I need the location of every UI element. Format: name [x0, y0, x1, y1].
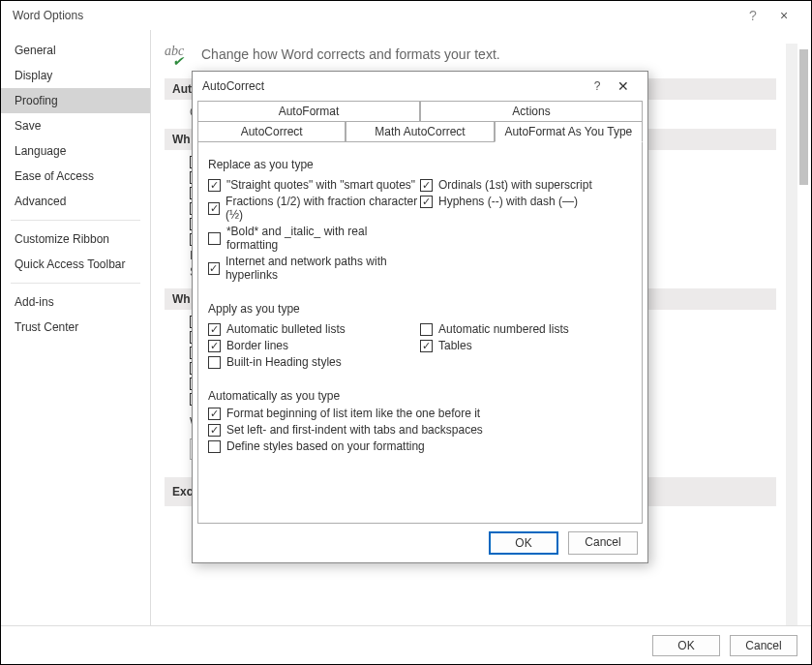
sidebar-item-advanced[interactable]: Advanced	[1, 189, 150, 214]
close-icon[interactable]: ✕	[609, 78, 638, 94]
sidebar-item-trust-center[interactable]: Trust Center	[1, 315, 150, 340]
window-title: Word Options	[9, 9, 741, 22]
replace-r-label-0: Ordinals (1st) with superscript	[438, 178, 592, 192]
apply-r-label-1: Tables	[438, 339, 472, 352]
group-replace-label: Replace as you type	[208, 158, 632, 171]
proofing-icon: abc✔	[165, 44, 192, 65]
replace-checkbox-1[interactable]	[208, 202, 220, 215]
replace-label-3: Internet and network paths with hyperlin…	[226, 255, 420, 282]
tab-autocorrect[interactable]: AutoCorrect	[197, 121, 346, 142]
sidebar-item-ease-of-access[interactable]: Ease of Access	[1, 164, 150, 189]
apply-checkbox-2[interactable]	[208, 356, 221, 369]
sidebar-item-customize-ribbon[interactable]: Customize Ribbon	[1, 227, 150, 252]
sidebar-item-quick-access-toolbar[interactable]: Quick Access Toolbar	[1, 252, 150, 277]
tab-actions[interactable]: Actions	[420, 101, 643, 122]
auto-checkbox-0[interactable]	[208, 408, 221, 420]
titlebar: Word Options ? ×	[1, 1, 811, 30]
help-icon[interactable]: ?	[586, 79, 609, 93]
apply-checkbox-1[interactable]	[208, 340, 221, 352]
apply-label-0: Automatic bulleted lists	[226, 322, 346, 336]
auto-checkbox-2[interactable]	[208, 440, 221, 453]
modal-ok-button[interactable]: OK	[489, 531, 558, 555]
autocorrect-dialog: AutoCorrect ? ✕ AutoFormat Actions AutoC…	[192, 71, 648, 563]
apply-label-1: Border lines	[226, 339, 288, 352]
sidebar-separator	[11, 283, 140, 284]
sidebar-item-add-ins[interactable]: Add-ins	[1, 289, 150, 315]
tab-strip: AutoFormat Actions AutoCorrect Math Auto…	[197, 101, 643, 141]
tab-autoformat[interactable]: AutoFormat	[197, 101, 420, 122]
auto-label-2: Define styles based on your formatting	[226, 439, 425, 453]
close-icon[interactable]: ×	[765, 8, 803, 23]
replace-label-2: *Bold* and _italic_ with real formatting	[226, 225, 420, 252]
sidebar: General Display Proofing Save Language E…	[1, 30, 151, 625]
auto-checkbox-1[interactable]	[208, 424, 221, 437]
page-heading: Change how Word corrects and formats you…	[201, 46, 500, 62]
replace-label-0: "Straight quotes" with "smart quotes"	[226, 178, 415, 192]
apply-r-checkbox-0[interactable]	[420, 323, 433, 336]
sidebar-item-general[interactable]: General	[1, 38, 150, 63]
replace-r-checkbox-0[interactable]	[420, 179, 433, 192]
replace-checkbox-0[interactable]	[208, 179, 221, 192]
modal-footer: OK Cancel	[193, 524, 647, 562]
auto-label-1: Set left- and first-indent with tabs and…	[226, 423, 483, 437]
ok-button[interactable]: OK	[652, 635, 720, 656]
sidebar-item-proofing[interactable]: Proofing	[1, 88, 150, 113]
apply-label-2: Built-in Heading styles	[226, 355, 342, 369]
cancel-button[interactable]: Cancel	[730, 635, 797, 656]
help-icon[interactable]: ?	[741, 8, 765, 23]
dialog-footer: OK Cancel	[1, 625, 811, 664]
sidebar-item-language[interactable]: Language	[1, 138, 150, 164]
apply-r-label-0: Automatic numbered lists	[438, 322, 569, 336]
auto-label-0: Format beginning of list item like the o…	[226, 407, 480, 420]
replace-label-1: Fractions (1/2) with fraction character …	[226, 195, 420, 222]
modal-cancel-button[interactable]: Cancel	[568, 531, 638, 555]
apply-checkbox-0[interactable]	[208, 323, 221, 336]
scrollbar-thumb[interactable]	[799, 49, 808, 185]
replace-r-checkbox-1[interactable]	[420, 196, 433, 208]
modal-titlebar: AutoCorrect ? ✕	[193, 72, 647, 101]
group-apply-label: Apply as you type	[208, 302, 632, 316]
replace-checkbox-2[interactable]	[208, 232, 221, 245]
sidebar-item-save[interactable]: Save	[1, 113, 150, 138]
word-options-window: Word Options ? × General Display Proofin…	[0, 0, 812, 665]
apply-r-checkbox-1[interactable]	[420, 340, 433, 352]
modal-title: AutoCorrect	[202, 79, 586, 93]
tab-panel: Replace as you type "Straight quotes" wi…	[197, 141, 643, 524]
replace-checkbox-3[interactable]	[208, 262, 220, 275]
group-auto-label: Automatically as you type	[208, 389, 632, 403]
sidebar-item-display[interactable]: Display	[1, 63, 150, 88]
tab-autoformat-as-you-type[interactable]: AutoFormat As You Type	[495, 121, 643, 142]
replace-r-label-1: Hyphens (--) with dash (—)	[438, 195, 578, 208]
sidebar-separator	[11, 220, 140, 221]
tab-math-autocorrect[interactable]: Math AutoCorrect	[346, 121, 494, 142]
